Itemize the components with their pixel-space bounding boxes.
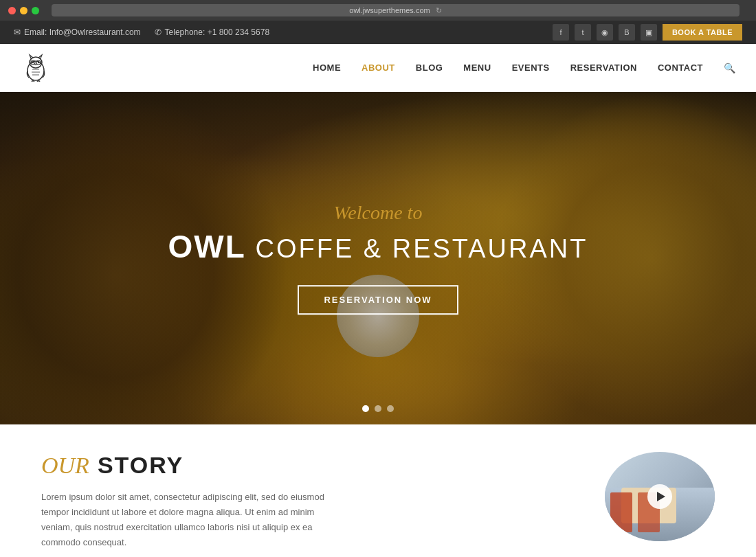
main-nav: HOME ABOUT BLOG MENU EVENTS RESERVATION …: [313, 62, 735, 73]
svg-point-7: [38, 61, 39, 62]
phone-icon: ✆: [155, 27, 162, 37]
social-twitter[interactable]: t: [575, 24, 591, 41]
hero-title: OWL COFFE & RESTAURANT: [137, 229, 619, 264]
browser-chrome: owl.jwsuperthemes.com ↻: [0, 0, 756, 21]
story-video[interactable]: [605, 452, 715, 541]
slider-dot-2[interactable]: [375, 405, 381, 412]
svg-marker-3: [38, 55, 42, 58]
reservation-now-button[interactable]: RESERVATION NOW: [298, 285, 458, 315]
top-bar: ✉ Email: Info@Owlrestaurant.com ✆ Teleph…: [0, 21, 756, 44]
top-bar-right: f t ◉ B ▣ BOOK A TABLE: [553, 24, 742, 41]
nav-home[interactable]: HOME: [313, 62, 341, 73]
social-facebook[interactable]: f: [553, 24, 569, 41]
story-text: Our STORY Lorem ipsum dolor sit amet, co…: [41, 452, 564, 550]
search-icon[interactable]: 🔍: [724, 62, 735, 73]
header: HOME ABOUT BLOG MENU EVENTS RESERVATION …: [0, 44, 756, 92]
slider-dots: [362, 405, 394, 412]
book-table-button[interactable]: BOOK A TABLE: [663, 24, 742, 41]
svg-marker-2: [30, 55, 33, 58]
play-button[interactable]: [647, 484, 672, 509]
nav-events[interactable]: EVENTS: [512, 62, 550, 73]
reload-icon[interactable]: ↻: [436, 6, 442, 15]
play-triangle-icon: [657, 492, 665, 501]
story-story: STORY: [98, 452, 184, 479]
hero-content: Welcome to OWL COFFE & RESTAURANT RESERV…: [137, 202, 619, 315]
hero-section: Welcome to OWL COFFE & RESTAURANT RESERV…: [0, 92, 756, 424]
phone-info: ✆ Telephone: +1 800 234 5678: [155, 27, 269, 37]
browser-dot-close[interactable]: [8, 7, 16, 14]
social-instagram[interactable]: ◉: [597, 24, 613, 41]
email-info: ✉ Email: Info@Owlrestaurant.com: [14, 27, 141, 37]
hero-title-owl: OWL: [168, 229, 246, 264]
logo-owl-icon: [21, 53, 51, 83]
nav-reservation[interactable]: RESERVATION: [570, 62, 637, 73]
address-bar[interactable]: owl.jwsuperthemes.com ↻: [52, 4, 740, 16]
hero-title-rest: COFFE & RESTAURANT: [255, 234, 588, 263]
email-text: Email: Info@Owlrestaurant.com: [24, 27, 141, 37]
browser-dot-minimize[interactable]: [20, 7, 27, 14]
nav-contact[interactable]: CONTACT: [658, 62, 703, 73]
email-icon: ✉: [14, 27, 21, 37]
nav-blog[interactable]: BLOG: [416, 62, 443, 73]
logo: [21, 53, 51, 83]
story-section: Our STORY Lorem ipsum dolor sit amet, co…: [0, 424, 756, 557]
slider-dot-3[interactable]: [387, 405, 394, 412]
url-text: owl.jwsuperthemes.com: [349, 6, 430, 14]
top-bar-left: ✉ Email: Info@Owlrestaurant.com ✆ Teleph…: [14, 27, 269, 37]
social-rss[interactable]: ▣: [641, 24, 657, 41]
social-behance[interactable]: B: [619, 24, 635, 41]
hero-welcome-text: Welcome to: [137, 202, 619, 224]
story-our: Our: [41, 453, 89, 479]
svg-point-6: [32, 61, 34, 62]
story-body-text: Lorem ipsum dolor sit amet, consectetur …: [41, 490, 330, 550]
nav-menu[interactable]: MENU: [463, 62, 491, 73]
nav-about[interactable]: ABOUT: [362, 62, 395, 73]
browser-dot-maximize[interactable]: [32, 7, 39, 14]
slider-dot-1[interactable]: [362, 405, 369, 412]
story-heading: Our STORY: [41, 452, 564, 479]
phone-text: Telephone: +1 800 234 5678: [165, 27, 269, 37]
